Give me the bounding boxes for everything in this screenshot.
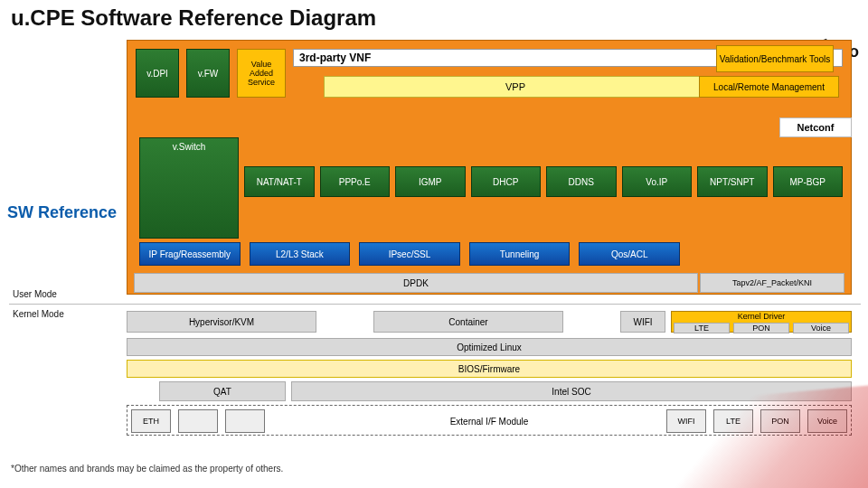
vswitch-box: v.Switch <box>139 137 239 239</box>
blue-item: Qos/ACL <box>579 242 680 266</box>
external-if-label: External I/F Module <box>450 417 529 427</box>
tap-bar: Tapv2/AF_Packet/KNI <box>700 273 844 293</box>
if-box <box>178 409 218 433</box>
kd-item: PON <box>733 323 789 333</box>
green-item: NPT/SNPT <box>697 166 768 197</box>
kernel-driver-title: Kernel Driver <box>672 312 851 321</box>
optimized-linux-box: Optimized Linux <box>127 338 852 356</box>
bios-box: BIOS/Firmware <box>127 360 852 378</box>
wifi-box: WIFI <box>620 311 665 333</box>
green-item: PPPo.E <box>320 166 391 197</box>
kd-item: LTE <box>674 323 730 333</box>
green-item: MP-BGP <box>773 166 844 197</box>
hypervisor-box: Hypervisor/KVM <box>127 311 316 333</box>
footnote: *Other names and brands may be claimed a… <box>11 464 283 474</box>
diagram-stage: v.DPI v.FW Value Added Service 3rd-party… <box>127 40 852 443</box>
vfw-box: v.FW <box>186 49 230 98</box>
netconf-box: Netconf <box>779 117 852 137</box>
green-item: Vo.IP <box>622 166 693 197</box>
kernel-driver-box: Kernel Driver LTE PON Voice <box>671 311 852 333</box>
qat-box: QAT <box>159 381 286 401</box>
green-strip: NAT/NAT-T PPPo.E IGMP DHCP DDNS Vo.IP NP… <box>244 166 843 197</box>
user-kernel-divider <box>9 304 861 305</box>
blue-item: L2/L3 Stack <box>250 242 351 266</box>
vas-box: Value Added Service <box>237 49 286 98</box>
optimized-linux-row: Optimized Linux <box>127 338 852 356</box>
green-item: NAT/NAT-T <box>244 166 315 197</box>
vdpi-box: v.DPI <box>136 49 179 98</box>
sw-reference-label: SW Reference <box>7 203 117 222</box>
if-box <box>225 409 265 433</box>
green-item: DDNS <box>546 166 617 197</box>
hypervisor-row: Hypervisor/KVM Container WIFI Kernel Dri… <box>127 311 852 333</box>
page-title: u.CPE Software Reference Diagram <box>0 0 868 33</box>
blue-item: Tunneling <box>469 242 571 266</box>
kd-item: Voice <box>793 323 849 333</box>
blue-strip: IP Frag/Reassembly L2/L3 Stack IPsec/SSL… <box>139 242 680 266</box>
if-box-eth: ETH <box>131 409 171 433</box>
kernel-mode-label: Kernel Mode <box>13 309 64 319</box>
green-item: IGMP <box>395 166 466 197</box>
mgmt-bar: Local/Remote Management <box>699 76 839 98</box>
user-mode-label: User Mode <box>13 289 57 299</box>
blue-item: IPsec/SSL <box>359 242 460 266</box>
container-box: Container <box>373 311 563 333</box>
vpp-bar: VPP <box>324 76 707 98</box>
green-item: DHCP <box>471 166 542 197</box>
dpdk-bar: DPDK <box>134 273 698 293</box>
blue-item: IP Frag/Reassembly <box>139 242 241 266</box>
validation-tools-box: Validation/Benchmark Tools <box>716 45 834 72</box>
bios-row: BIOS/Firmware <box>127 360 852 378</box>
